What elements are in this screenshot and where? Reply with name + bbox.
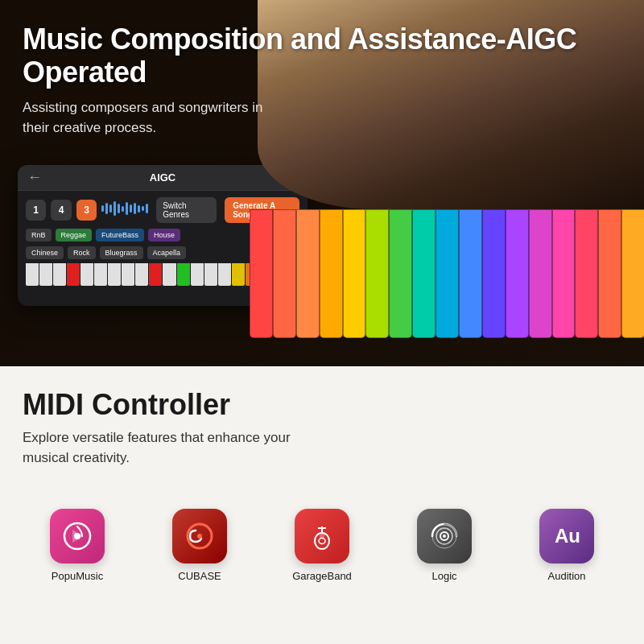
page-container: Music Composition and Assistance-AIGC Op… xyxy=(0,0,644,644)
title-area: Music Composition and Assistance-AIGC Op… xyxy=(0,0,644,644)
main-title: Music Composition and Assistance-AIGC Op… xyxy=(23,23,621,89)
subtitle-text: Assisting composers and songwriters in t… xyxy=(23,97,280,138)
